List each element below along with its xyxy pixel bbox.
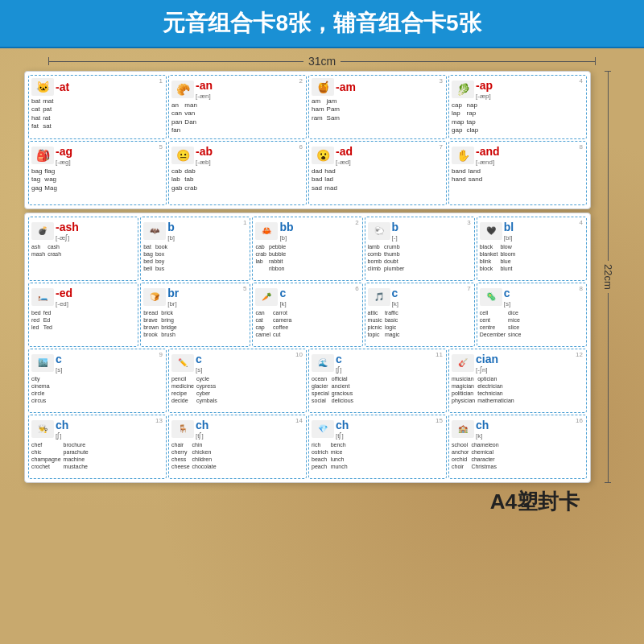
phonic-card-bl: 4 🖤 bl[bl] blackblanketblinkblock blowbl…	[477, 217, 587, 281]
phonic-card-br: 5 🍞 br[br] breadbravebrownbrook brickbri…	[140, 283, 250, 347]
phonic-card-at: 1 🐱 -at batcathatfat matpatratsat	[28, 75, 167, 139]
phonic-card-c10: 10 ✏️ c[s] pencilmedicinerecipedecide cy…	[168, 349, 307, 413]
sheet-bottom: 💣 -ash[-æʃ] ashmash cashcrash 1 🦇 b[b]	[24, 213, 591, 483]
phonic-card-ed: 🛏️ -ed[-ed] bedredled fedEdTed	[28, 283, 138, 347]
phonic-card-c-k: 6 🥕 c[k] cancatcapcamel carrotcameracoff…	[252, 283, 362, 347]
phonic-card-ad: 7 😮 -ad[-æd] dadbadsad hadladmad	[308, 141, 447, 205]
phonic-card-am: 3 🍯 -am amhamram jamPamSam	[308, 75, 447, 139]
phonic-card-cian: 12 🎸 cian[-ʃn] musicianmagicianpoliticia…	[448, 349, 587, 413]
phonic-card-c11: 11 🌊 c[ʃ] oceanglacierspecialsocial offi…	[308, 349, 447, 413]
phonic-card-b-silent: 3 🐑 b[-] lambcombbombclimb crumbthumbdou…	[365, 217, 475, 281]
banner: 元音组合卡8张，辅音组合卡5张	[0, 0, 644, 48]
label-22cm: 22cm	[596, 71, 620, 483]
phonic-card-an: 2 🥐 -an[-æn] ancanpanfan manvanDan	[168, 75, 307, 139]
phonic-card-ag: 5 🎒 -ag[-æg] bagtaggag flagwagMag	[28, 141, 167, 205]
phonic-card-ap: 4 🥬 -ap[-æp] caplapmapgap napraptapclap	[448, 75, 587, 139]
phonic-card-ash: 💣 -ash[-æʃ] ashmash cashcrash	[28, 217, 138, 281]
phonic-card-ch14: 14 🪑 ch[tʃ] chaircherrychesscheese chinc…	[168, 415, 307, 479]
phonic-card-ch15: 15 💎 ch[tʃ] richostrichbeachpeach benchm…	[308, 415, 447, 479]
phonic-card-c9: 9 🏙️ c[s] citycinemacirclecircus	[28, 349, 167, 413]
sheet-top: 1 🐱 -at batcathatfat matpatratsat 2	[24, 71, 591, 209]
a4-label: A4塑封卡	[24, 488, 580, 516]
label-31cm: 31cm	[48, 55, 596, 68]
phonic-card-ab: 6 😐 -ab[-æb] cablabgab dabtabcrab	[168, 141, 307, 205]
main-content: 31cm 1 🐱 -at batcathat	[0, 55, 644, 516]
phonic-card-ch16: 16 🏫 ch[k] schoolanchororchidchoir chame…	[448, 415, 587, 479]
phonic-card-b1: 1 🦇 b[b] batbagbedbell bookboxboybus	[140, 217, 250, 281]
phonic-card-bb: 2 🦀 bb[b] cabcrablab pebblebubblerabbitr…	[252, 217, 362, 281]
banner-text: 元音组合卡8张，辅音组合卡5张	[163, 10, 481, 35]
phonic-card-ch13: 13 👨‍🍳 ch[ʃ] chefchicchampagnecrochet br…	[28, 415, 167, 479]
phonic-card-c-attic: 7 🎵 c[k] atticmusicpicnictopic trafficba…	[365, 283, 475, 347]
phonic-card-c-s: 8 🦠 c[s] cellcentcentreDecember dicemice…	[477, 283, 587, 347]
phonic-card-and: 8 ✋ -and[-ænd] bandhand landsand	[448, 141, 587, 205]
